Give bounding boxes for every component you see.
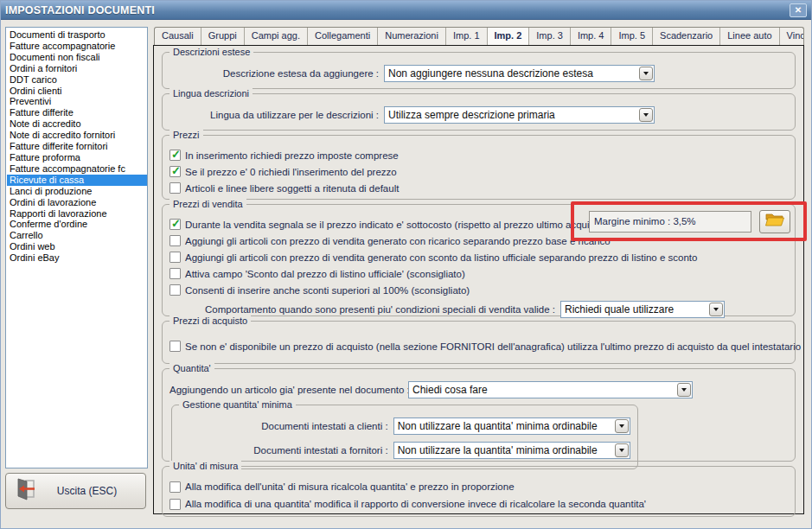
list-item[interactable]: DDT carico (7, 74, 147, 86)
list-item[interactable]: Ricevute di cassa (7, 175, 147, 186)
comportamento-dropdown[interactable]: Richiedi quale utilizzare (560, 301, 725, 318)
group-prezzi-vendita: Prezzi di vendita Margine minimo : 3,5% (162, 204, 796, 316)
folder-icon (765, 213, 784, 230)
field-label: Documenti intestati a fornitori : (179, 445, 393, 456)
field-label: Documenti intestati a clienti : (179, 421, 393, 431)
group-prezzi: Prezzi ✓ In inserimento richiedi prezzo … (162, 135, 796, 200)
quantita-minima-dropdown[interactable]: Non utilizzare la quantita' minima ordin… (393, 417, 630, 435)
browse-button[interactable] (759, 210, 790, 233)
tab[interactable]: Causali (155, 28, 201, 45)
list-item[interactable]: Ordini di lavorazione (7, 197, 147, 208)
tab[interactable]: Numerazioni (378, 28, 446, 45)
list-item[interactable]: Ordini a fornitori (7, 63, 147, 74)
checkbox[interactable]: ✓ (169, 284, 181, 296)
group-lingua-descrizioni: Lingua descrizioni Lingua da utilizzare … (162, 93, 796, 131)
tab[interactable]: Scadenzario (653, 28, 720, 45)
checkbox-label: In inserimento richiedi prezzo imposte c… (185, 150, 399, 161)
list-item[interactable]: Lanci di produzione (7, 186, 147, 197)
list-item[interactable]: Ordini clienti (7, 86, 147, 97)
chevron-down-icon[interactable] (677, 383, 691, 397)
group-gestione-quantita-minima: Gestione quantita' minima Documenti inte… (171, 405, 638, 469)
group-title: Prezzi (169, 130, 203, 140)
list-item[interactable]: Documenti non fiscali (7, 52, 147, 63)
list-item[interactable]: Note di accredito fornitori (7, 130, 147, 141)
list-item[interactable]: Fatture differite fornitori (7, 141, 147, 152)
list-item[interactable]: Fatture accompagnatorie (7, 41, 147, 52)
lingua-descrizioni-dropdown[interactable]: Utilizza sempre descrizione primaria (384, 106, 655, 124)
group-title: Gestione quantita' minima (179, 399, 296, 410)
descrizione-estesa-dropdown[interactable]: Non aggiungere nessuna descrizione estes… (384, 65, 655, 82)
group-title: Quantita' (169, 363, 214, 373)
tab[interactable]: Campi agg. (245, 28, 308, 45)
group-descrizioni-estese: Descrizioni estese Descrizione estesa da… (162, 52, 796, 89)
margine-minimo-field[interactable]: Margine minimo : 3,5% (589, 211, 751, 233)
tab[interactable]: Vincoli e controlli (780, 28, 804, 45)
checkbox-label: Alla modifica di una quantita' modifica … (185, 499, 646, 509)
list-item[interactable]: Ordini web (7, 241, 147, 252)
exit-button-label: Uscita (ESC) (37, 485, 137, 497)
list-item[interactable]: Fatture accompagnatorie fc (7, 163, 147, 175)
checkbox[interactable]: ✓ (169, 166, 181, 177)
tab[interactable]: Collegamenti (308, 28, 378, 45)
exit-door-icon (15, 477, 37, 505)
checkbox[interactable]: ✓ (169, 182, 181, 194)
articolo-presente-dropdown[interactable]: Chiedi cosa fare (408, 381, 693, 398)
chevron-down-icon[interactable] (639, 67, 653, 80)
list-item[interactable]: Documenti di trasporto (7, 29, 147, 41)
checkbox[interactable]: ✓ (169, 341, 181, 352)
list-item[interactable]: Fatture differite (7, 107, 147, 118)
tab-page-imp2: Descrizioni estese Descrizione estesa da… (153, 45, 804, 514)
checkbox-label: Consenti di inserire anche sconti superi… (185, 285, 470, 296)
checkbox-label: Se non e' disponibile un prezzo di acqui… (185, 341, 801, 352)
group-quantita: Quantita' Aggiungendo un articolo gia' p… (162, 368, 796, 462)
checkbox-label: Aggiungi gli articoli con prezzo di vend… (185, 236, 611, 246)
group-title: Lingua descrizioni (169, 88, 253, 99)
checkbox-label: Attiva campo 'Sconto dal prezzo di listi… (185, 269, 465, 279)
checkbox[interactable]: ✓ (169, 150, 181, 161)
checkbox[interactable]: ✓ (169, 499, 181, 510)
group-title: Prezzi di vendita (169, 199, 246, 209)
list-item[interactable]: Preventivi (7, 96, 147, 107)
list-item[interactable]: Fatture proforma (7, 152, 147, 163)
list-item[interactable]: Ordini eBay (7, 252, 147, 264)
group-unita-misura: Unita' di misura ✓ Alla modifica dell'un… (162, 466, 796, 517)
list-item[interactable]: Carrello (7, 230, 147, 241)
checkbox-label: Se il prezzo e' 0 richiedi l'inserimento… (185, 167, 397, 177)
list-item[interactable]: Note di accredito (7, 118, 147, 130)
chevron-down-icon[interactable] (639, 108, 653, 122)
red-highlight-annotation: Margine minimo : 3,5% (571, 201, 807, 241)
checkbox-label: Aggiungi gli articoli con prezzo di vend… (185, 252, 697, 263)
tab[interactable]: Linee auto (720, 28, 779, 45)
tab-bar: Causali Gruppi Campi agg. Collegamenti N… (154, 27, 804, 45)
group-title: Unita' di misura (169, 461, 241, 471)
tab[interactable]: Gruppi (201, 28, 245, 45)
field-label: Descrizione estesa da aggiungere : (169, 68, 384, 79)
group-title: Prezzi di acquisto (169, 315, 251, 326)
checkbox-label: Alla modifica dell'unita' di misura rica… (185, 481, 515, 492)
field-label: Lingua da utilizzare per le descrizioni … (169, 110, 384, 120)
list-item[interactable]: Conferme d'ordine (7, 219, 147, 230)
list-item[interactable]: Rapporti di lavorazione (7, 208, 147, 220)
chevron-down-icon[interactable] (615, 419, 629, 433)
chevron-down-icon[interactable] (709, 303, 723, 316)
quantita-minima-dropdown[interactable]: Non utilizzare la quantita' minima ordin… (393, 442, 630, 459)
group-prezzi-acquisto: Prezzi di acquisto ✓ Se non e' disponibi… (162, 321, 796, 364)
tab[interactable]: Imp. 1 (446, 28, 488, 45)
exit-button[interactable]: Uscita (ESC) (5, 473, 146, 509)
field-label: Aggiungendo un articolo gia' presente ne… (169, 385, 408, 395)
tab[interactable]: Imp. 3 (529, 28, 571, 45)
chevron-down-icon[interactable] (615, 443, 629, 457)
checkbox[interactable]: ✓ (169, 481, 181, 493)
tab[interactable]: Imp. 4 (571, 28, 612, 45)
impostazioni-documenti-dialog: IMPOSTAZIONI DOCUMENTI ✕ Documenti di tr… (0, 0, 812, 529)
checkbox-label: Durante la vendita segnala se il prezzo … (185, 220, 606, 230)
checkbox[interactable]: ✓ (169, 219, 181, 230)
tab[interactable]: Imp. 5 (611, 28, 653, 45)
checkbox[interactable]: ✓ (169, 268, 181, 279)
close-icon[interactable]: ✕ (790, 3, 807, 17)
title-bar: IMPOSTAZIONI DOCUMENTI ✕ (1, 1, 811, 20)
checkbox[interactable]: ✓ (169, 235, 181, 246)
document-types-list: Documenti di trasporto Fatture accompagn… (5, 27, 148, 468)
checkbox[interactable]: ✓ (169, 252, 181, 263)
tab[interactable]: Imp. 2 (488, 28, 530, 45)
